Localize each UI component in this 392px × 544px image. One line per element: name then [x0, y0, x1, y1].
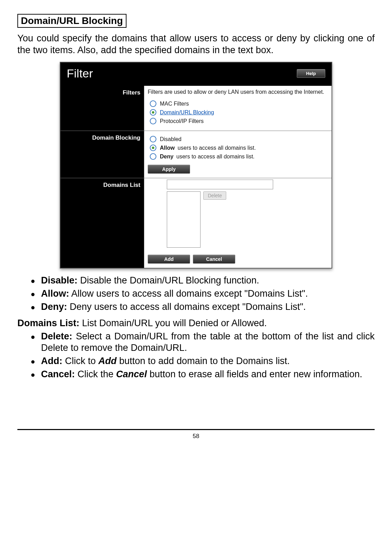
domain-listbox[interactable]	[167, 191, 201, 248]
radio-deny-rest: users to access all domains list.	[175, 154, 254, 159]
radio-disabled-icon[interactable]	[150, 136, 156, 142]
radio-protocol-filters-label: Protocol/IP Filters	[160, 118, 204, 124]
radio-deny-bold: Deny	[160, 154, 173, 159]
bullet-delete: Delete: Select a Domain/URL from the tab…	[31, 331, 375, 354]
radio-disabled-label: Disabled	[160, 136, 181, 142]
radio-mac-filters-label: MAC Filters	[160, 101, 189, 107]
radio-allow-icon[interactable]	[150, 145, 156, 151]
domains-list-row-label: Domains List	[60, 178, 144, 268]
bullet-disable: Disable: Disable the Domain/URL Blocking…	[31, 275, 375, 287]
domain-input[interactable]	[167, 180, 273, 189]
radio-protocol-filters-icon[interactable]	[150, 118, 156, 124]
bullet-allow: Allow: Allow users to access all domains…	[31, 288, 375, 300]
add-button[interactable]: Add	[148, 255, 190, 264]
domain-blocking-row-label: Domain Blocking	[60, 131, 144, 178]
radio-domain-blocking-icon[interactable]	[150, 109, 156, 116]
definition-list-1: Disable: Disable the Domain/URL Blocking…	[17, 275, 375, 313]
radio-deny-icon[interactable]	[150, 153, 156, 160]
bullet-add: Add: Click to Add button to add domain t…	[31, 355, 375, 367]
panel-title: Filter	[67, 67, 93, 80]
radio-allow-rest: users to access all domains list.	[176, 145, 256, 151]
domains-list-subhead: Domains List: List Domain/URL you will D…	[17, 318, 375, 329]
definition-list-2: Delete: Select a Domain/URL from the tab…	[17, 331, 375, 380]
footer-rule	[17, 429, 375, 430]
radio-mac-filters-icon[interactable]	[150, 100, 156, 107]
filters-description: Filters are used to allow or deny LAN us…	[148, 89, 328, 96]
bullet-deny: Deny: Deny users to access all domains e…	[31, 301, 375, 313]
bullet-cancel: Cancel: Click the Cancel button to erase…	[31, 369, 375, 380]
section-heading: Domain/URL Blocking	[17, 14, 126, 28]
radio-allow-bold: Allow	[160, 145, 175, 151]
cancel-button[interactable]: Cancel	[193, 255, 235, 264]
intro-paragraph: You could specify the domains that allow…	[17, 33, 375, 56]
filter-screenshot: Filter Help Filters Filters are used to …	[60, 62, 332, 269]
radio-domain-blocking-link[interactable]: Domain/URL Blocking	[160, 109, 214, 116]
delete-button[interactable]: Delete	[203, 191, 226, 200]
filters-row-label: Filters	[60, 86, 144, 131]
apply-button[interactable]: Apply	[148, 165, 190, 174]
page-number: 58	[17, 433, 375, 440]
help-button[interactable]: Help	[297, 69, 325, 78]
